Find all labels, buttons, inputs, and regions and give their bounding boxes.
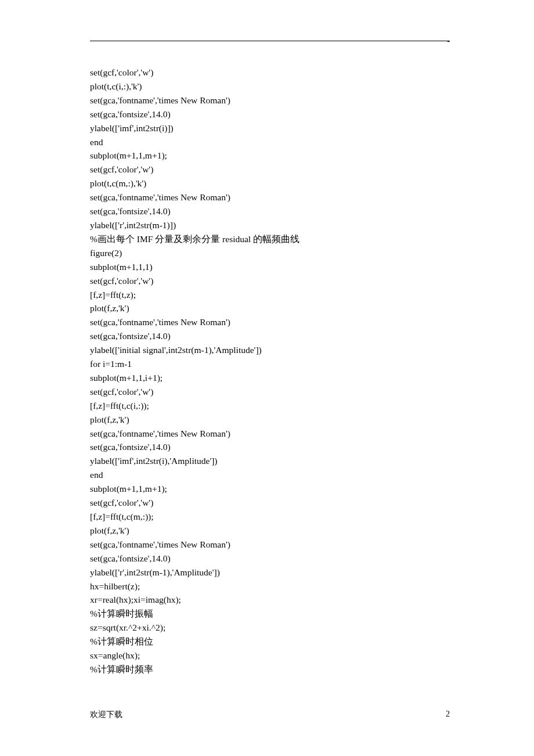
page-number: 2 xyxy=(446,710,450,720)
page-footer: 欢迎下载 2 xyxy=(90,710,450,720)
header-rule xyxy=(90,41,450,41)
header-dash: - xyxy=(447,37,450,46)
code-block: set(gcf,'color','w') plot(t,c(i,:),'k') … xyxy=(90,66,450,676)
document-page: - set(gcf,'color','w') plot(t,c(i,:),'k'… xyxy=(0,0,534,756)
footer-left: 欢迎下载 xyxy=(90,710,122,720)
